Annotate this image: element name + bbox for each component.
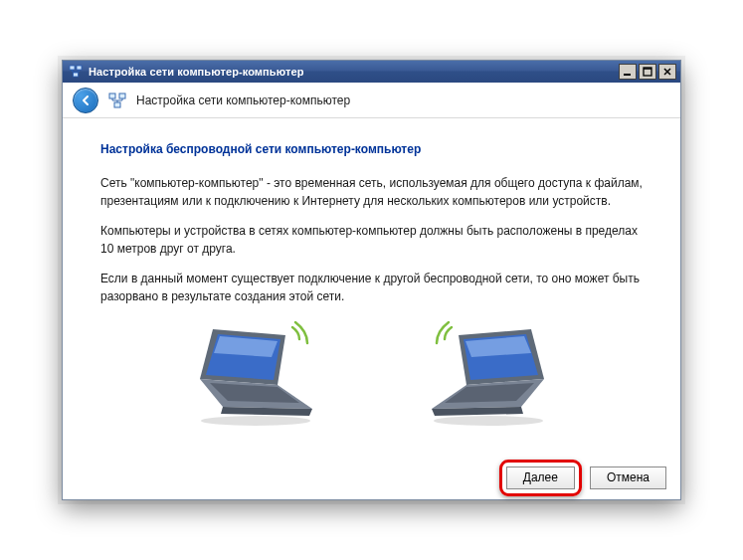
back-button[interactable] (73, 88, 98, 113)
wizard-footer: Далее Отмена (63, 456, 680, 499)
svg-rect-1 (77, 66, 82, 70)
laptop-left-icon (178, 317, 327, 427)
wizard-header: Настройка сети компьютер-компьютер (63, 83, 680, 118)
svg-rect-12 (109, 93, 115, 98)
next-button[interactable]: Далее (506, 467, 575, 489)
titlebar: Настройка сети компьютер-компьютер (63, 61, 680, 83)
laptop-right-icon (417, 317, 566, 427)
close-button[interactable] (658, 64, 676, 80)
window-title: Настройка сети компьютер-компьютер (89, 66, 617, 78)
wizard-window: Настройка сети компьютер-компьютер (62, 60, 681, 500)
illustration (100, 317, 643, 427)
minimize-button[interactable] (619, 64, 637, 80)
network-icon (108, 92, 126, 109)
page-heading: Настройка беспроводной сети компьютер-ко… (100, 142, 643, 156)
description-1: Сеть "компьютер-компьютер" - это временн… (100, 174, 643, 210)
description-3: Если в данный момент существует подключе… (100, 270, 643, 305)
svg-point-32 (434, 416, 543, 426)
header-title: Настройка сети компьютер-компьютер (136, 93, 350, 107)
next-button-highlight: Далее (499, 460, 582, 496)
description-2: Компьютеры и устройства в сетях компьюте… (100, 222, 643, 258)
svg-rect-2 (74, 73, 79, 77)
svg-rect-0 (70, 66, 75, 70)
app-icon (69, 65, 83, 79)
wizard-content: Настройка беспроводной сети компьютер-ко… (63, 118, 680, 456)
svg-rect-14 (114, 102, 120, 107)
svg-rect-13 (119, 93, 125, 98)
svg-point-25 (201, 416, 310, 426)
cancel-button[interactable]: Отмена (590, 467, 666, 489)
maximize-button[interactable] (639, 64, 656, 80)
